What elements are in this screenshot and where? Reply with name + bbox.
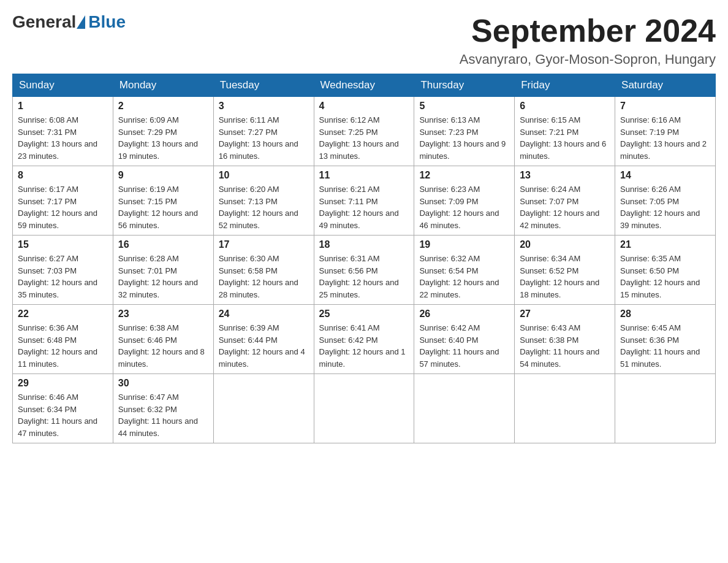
calendar-cell: 19Sunrise: 6:32 AMSunset: 6:54 PMDayligh…: [414, 236, 515, 305]
day-number: 5: [419, 101, 509, 112]
day-number: 16: [118, 239, 208, 250]
day-info: Sunrise: 6:45 AMSunset: 6:36 PMDaylight:…: [620, 322, 710, 370]
day-info: Sunrise: 6:19 AMSunset: 7:15 PMDaylight:…: [118, 183, 208, 231]
day-info: Sunrise: 6:47 AMSunset: 6:32 PMDaylight:…: [118, 391, 208, 439]
day-info: Sunrise: 6:28 AMSunset: 7:01 PMDaylight:…: [118, 253, 208, 301]
day-number: 26: [419, 308, 509, 320]
calendar-table: SundayMondayTuesdayWednesdayThursdayFrid…: [12, 74, 716, 443]
calendar-week-4: 22Sunrise: 6:36 AMSunset: 6:48 PMDayligh…: [13, 305, 716, 374]
calendar-week-2: 8Sunrise: 6:17 AMSunset: 7:17 PMDaylight…: [13, 166, 716, 236]
calendar-cell: 2Sunrise: 6:09 AMSunset: 7:29 PMDaylight…: [113, 97, 213, 166]
day-number: 19: [419, 239, 509, 250]
calendar-cell: 13Sunrise: 6:24 AMSunset: 7:07 PMDayligh…: [515, 166, 615, 236]
day-info: Sunrise: 6:16 AMSunset: 7:19 PMDaylight:…: [620, 114, 710, 162]
day-number: 2: [118, 101, 208, 112]
day-number: 14: [620, 170, 710, 181]
calendar-title: September 2024: [460, 12, 716, 49]
day-number: 1: [18, 101, 108, 112]
calendar-cell: 7Sunrise: 6:16 AMSunset: 7:19 PMDaylight…: [615, 97, 716, 166]
day-info: Sunrise: 6:27 AMSunset: 7:03 PMDaylight:…: [18, 253, 108, 301]
day-info: Sunrise: 6:15 AMSunset: 7:21 PMDaylight:…: [520, 114, 610, 162]
calendar-cell: 6Sunrise: 6:15 AMSunset: 7:21 PMDaylight…: [515, 97, 615, 166]
calendar-week-1: 1Sunrise: 6:08 AMSunset: 7:31 PMDaylight…: [13, 97, 716, 166]
day-info: Sunrise: 6:36 AMSunset: 6:48 PMDaylight:…: [18, 322, 108, 370]
day-number: 9: [118, 170, 208, 181]
day-info: Sunrise: 6:09 AMSunset: 7:29 PMDaylight:…: [118, 114, 208, 162]
calendar-cell: 27Sunrise: 6:43 AMSunset: 6:38 PMDayligh…: [515, 305, 615, 374]
weekday-header-saturday: Saturday: [615, 74, 716, 97]
weekday-header-monday: Monday: [113, 74, 213, 97]
logo-blue-text: Blue: [88, 12, 126, 32]
day-number: 7: [620, 101, 710, 112]
calendar-cell: 30Sunrise: 6:47 AMSunset: 6:32 PMDayligh…: [113, 374, 213, 443]
calendar-cell: [515, 374, 615, 443]
day-info: Sunrise: 6:41 AMSunset: 6:42 PMDaylight:…: [319, 322, 409, 370]
day-info: Sunrise: 6:39 AMSunset: 6:44 PMDaylight:…: [219, 322, 309, 370]
day-info: Sunrise: 6:12 AMSunset: 7:25 PMDaylight:…: [319, 114, 409, 162]
day-number: 18: [319, 239, 409, 250]
day-info: Sunrise: 6:13 AMSunset: 7:23 PMDaylight:…: [419, 114, 509, 162]
day-number: 23: [118, 308, 208, 320]
calendar-cell: [314, 374, 414, 443]
day-info: Sunrise: 6:26 AMSunset: 7:05 PMDaylight:…: [620, 183, 710, 231]
day-info: Sunrise: 6:17 AMSunset: 7:17 PMDaylight:…: [18, 183, 108, 231]
weekday-header-sunday: Sunday: [13, 74, 113, 97]
page-header: General Blue September 2024 Asvanyraro, …: [12, 12, 716, 67]
calendar-cell: 29Sunrise: 6:46 AMSunset: 6:34 PMDayligh…: [13, 374, 113, 443]
day-number: 30: [118, 378, 208, 389]
weekday-header-friday: Friday: [515, 74, 615, 97]
day-info: Sunrise: 6:21 AMSunset: 7:11 PMDaylight:…: [319, 183, 409, 231]
logo: General Blue: [12, 12, 126, 32]
day-info: Sunrise: 6:11 AMSunset: 7:27 PMDaylight:…: [219, 114, 309, 162]
calendar-cell: 18Sunrise: 6:31 AMSunset: 6:56 PMDayligh…: [314, 236, 414, 305]
title-section: September 2024 Asvanyraro, Gyor-Moson-So…: [460, 12, 716, 67]
day-number: 21: [620, 239, 710, 250]
day-number: 20: [520, 239, 610, 250]
logo-triangle-icon: [77, 15, 85, 29]
calendar-cell: 14Sunrise: 6:26 AMSunset: 7:05 PMDayligh…: [615, 166, 716, 236]
calendar-cell: 16Sunrise: 6:28 AMSunset: 7:01 PMDayligh…: [113, 236, 213, 305]
day-number: 28: [620, 308, 710, 320]
calendar-cell: 20Sunrise: 6:34 AMSunset: 6:52 PMDayligh…: [515, 236, 615, 305]
day-number: 27: [520, 308, 610, 320]
calendar-cell: 8Sunrise: 6:17 AMSunset: 7:17 PMDaylight…: [13, 166, 113, 236]
calendar-cell: [414, 374, 515, 443]
day-info: Sunrise: 6:08 AMSunset: 7:31 PMDaylight:…: [18, 114, 108, 162]
calendar-cell: 26Sunrise: 6:42 AMSunset: 6:40 PMDayligh…: [414, 305, 515, 374]
day-number: 25: [319, 308, 409, 320]
calendar-subtitle: Asvanyraro, Gyor-Moson-Sopron, Hungary: [460, 52, 716, 67]
day-number: 29: [18, 378, 108, 389]
day-info: Sunrise: 6:43 AMSunset: 6:38 PMDaylight:…: [520, 322, 610, 370]
calendar-cell: 17Sunrise: 6:30 AMSunset: 6:58 PMDayligh…: [213, 236, 314, 305]
calendar-cell: 23Sunrise: 6:38 AMSunset: 6:46 PMDayligh…: [113, 305, 213, 374]
day-info: Sunrise: 6:24 AMSunset: 7:07 PMDaylight:…: [520, 183, 610, 231]
day-number: 17: [219, 239, 309, 250]
day-info: Sunrise: 6:30 AMSunset: 6:58 PMDaylight:…: [219, 253, 309, 301]
day-info: Sunrise: 6:23 AMSunset: 7:09 PMDaylight:…: [419, 183, 509, 231]
day-number: 12: [419, 170, 509, 181]
calendar-cell: 25Sunrise: 6:41 AMSunset: 6:42 PMDayligh…: [314, 305, 414, 374]
day-number: 22: [18, 308, 108, 320]
day-info: Sunrise: 6:46 AMSunset: 6:34 PMDaylight:…: [18, 391, 108, 439]
day-info: Sunrise: 6:34 AMSunset: 6:52 PMDaylight:…: [520, 253, 610, 301]
day-info: Sunrise: 6:31 AMSunset: 6:56 PMDaylight:…: [319, 253, 409, 301]
calendar-cell: 4Sunrise: 6:12 AMSunset: 7:25 PMDaylight…: [314, 97, 414, 166]
calendar-cell: 28Sunrise: 6:45 AMSunset: 6:36 PMDayligh…: [615, 305, 716, 374]
calendar-week-3: 15Sunrise: 6:27 AMSunset: 7:03 PMDayligh…: [13, 236, 716, 305]
calendar-cell: 10Sunrise: 6:20 AMSunset: 7:13 PMDayligh…: [213, 166, 314, 236]
day-number: 6: [520, 101, 610, 112]
calendar-week-5: 29Sunrise: 6:46 AMSunset: 6:34 PMDayligh…: [13, 374, 716, 443]
calendar-cell: 22Sunrise: 6:36 AMSunset: 6:48 PMDayligh…: [13, 305, 113, 374]
day-number: 8: [18, 170, 108, 181]
weekday-header-row: SundayMondayTuesdayWednesdayThursdayFrid…: [13, 74, 716, 97]
day-number: 24: [219, 308, 309, 320]
day-number: 13: [520, 170, 610, 181]
calendar-cell: 9Sunrise: 6:19 AMSunset: 7:15 PMDaylight…: [113, 166, 213, 236]
calendar-cell: 21Sunrise: 6:35 AMSunset: 6:50 PMDayligh…: [615, 236, 716, 305]
calendar-cell: 3Sunrise: 6:11 AMSunset: 7:27 PMDaylight…: [213, 97, 314, 166]
calendar-cell: 24Sunrise: 6:39 AMSunset: 6:44 PMDayligh…: [213, 305, 314, 374]
day-number: 15: [18, 239, 108, 250]
day-number: 10: [219, 170, 309, 181]
day-info: Sunrise: 6:42 AMSunset: 6:40 PMDaylight:…: [419, 322, 509, 370]
weekday-header-wednesday: Wednesday: [314, 74, 414, 97]
